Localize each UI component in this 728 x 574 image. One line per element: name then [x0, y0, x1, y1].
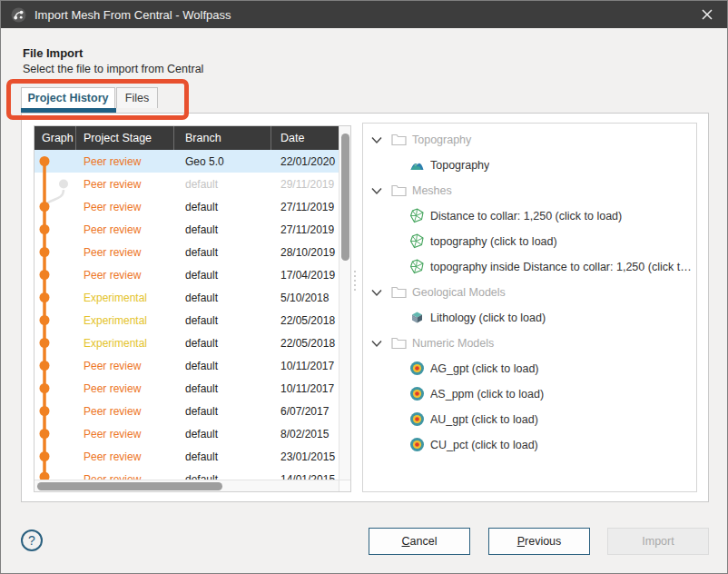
chevron-down-icon[interactable]: [370, 337, 383, 350]
tree-folder-label: Geological Models: [412, 286, 506, 299]
numeric-model-icon: [409, 386, 425, 401]
tree-item-distance-to-collar[interactable]: Distance to collar: 1,250 (click to load…: [363, 203, 696, 229]
table-row[interactable]: Peer reviewdefault6/07/2017: [34, 400, 339, 422]
cancel-button[interactable]: Cancel: [369, 528, 470, 555]
horizontal-scrollbar[interactable]: [34, 480, 339, 491]
tree-item-au-gpt[interactable]: AU_gpt (click to load): [363, 407, 696, 432]
vertical-scrollbar-thumb[interactable]: [341, 134, 349, 261]
tree-item-lithology[interactable]: Lithology (click to load): [363, 305, 696, 331]
window-title: Import Mesh From Central - Wolfpass: [34, 8, 231, 22]
table-row[interactable]: Experimentaldefault22/05/2018: [34, 332, 339, 354]
table-row[interactable]: Peer reviewdefault23/01/2015: [34, 445, 339, 468]
tree-item-label: AU_gpt (click to load): [430, 413, 538, 426]
tree-item-as-ppm[interactable]: AS_ppm (click to load): [363, 381, 696, 407]
close-button[interactable]: [694, 4, 720, 25]
table-row[interactable]: Peer reviewdefault8/02/2015: [34, 422, 339, 445]
tab-project-history[interactable]: Project History: [21, 87, 115, 108]
tab-files[interactable]: Files: [116, 87, 158, 108]
folder-icon: [391, 285, 407, 299]
page-title: File Import: [23, 46, 83, 60]
import-button[interactable]: Import: [607, 528, 709, 555]
help-button[interactable]: ?: [21, 529, 43, 551]
tree-folder-label: Numeric Models: [412, 337, 494, 350]
page-subtitle: Select the file to import from Central: [23, 63, 203, 75]
tree-item-cu-pct[interactable]: CU_pct (click to load): [363, 432, 696, 458]
folder-icon: [391, 133, 407, 146]
column-header-date: Date: [271, 126, 339, 150]
vertical-scrollbar[interactable]: [339, 126, 350, 480]
mesh-icon: [409, 233, 425, 249]
tree-item-topography[interactable]: Topography: [363, 153, 696, 178]
tree-item-label: Topography: [430, 159, 489, 172]
tree-item-label: AS_ppm (click to load): [430, 388, 544, 401]
folder-icon: [391, 336, 407, 350]
panel-splitter-handle[interactable]: [353, 270, 357, 293]
table-row[interactable]: Peer reviewdefault10/11/2017: [34, 354, 339, 377]
mesh-icon: [409, 208, 425, 223]
column-header-graph: Graph: [34, 126, 76, 150]
import-mesh-dialog: Import Mesh From Central - Wolfpass File…: [0, 0, 728, 574]
previous-button[interactable]: Previous: [488, 528, 590, 555]
tab-content: Graph Project Stage Branch Date Peer rev…: [21, 113, 709, 502]
central-app-icon: [11, 7, 26, 23]
folder-icon: [391, 183, 407, 197]
numeric-model-icon: [409, 361, 425, 376]
tree-item-label: Distance to collar: 1,250 (click to load…: [430, 210, 622, 223]
tree-folder-geological-models[interactable]: Geological Models: [363, 280, 696, 305]
lithology-icon: [409, 310, 425, 325]
table-row[interactable]: Experimentaldefault22/05/2018: [34, 309, 339, 332]
project-history-table: Graph Project Stage Branch Date Peer rev…: [34, 125, 351, 492]
table-rows: Peer reviewGeo 5.022/01/2020 Peer review…: [34, 150, 339, 480]
tree-folder-label: Topography: [412, 134, 471, 146]
table-row[interactable]: Peer reviewdefault27/11/2019: [34, 195, 339, 218]
table-row[interactable]: Peer reviewGeo 5.022/01/2020: [34, 150, 339, 173]
table-row[interactable]: Peer reviewdefault17/04/2019: [34, 263, 339, 286]
tree-folder-numeric-models[interactable]: Numeric Models: [363, 331, 696, 356]
tree-item-label: AG_gpt (click to load): [430, 362, 539, 375]
tree-item-label: CU_pct (click to load): [430, 439, 538, 451]
tree-folder-topography[interactable]: Topography: [363, 127, 696, 153]
close-icon: [702, 9, 713, 20]
column-header-branch: Branch: [174, 126, 271, 150]
scrollbar-corner: [339, 480, 350, 491]
tree-item-topography-mesh[interactable]: topography (click to load): [363, 229, 696, 254]
tree-item-label: topography (click to load): [430, 235, 557, 248]
horizontal-scrollbar-thumb[interactable]: [37, 482, 222, 490]
table-row[interactable]: Peer reviewdefault28/10/2019: [34, 241, 339, 263]
numeric-model-icon: [409, 437, 425, 452]
tree-folder-label: Meshes: [412, 184, 452, 197]
table-row[interactable]: Peer reviewdefault27/11/2019: [34, 218, 339, 241]
tree-folder-meshes[interactable]: Meshes: [363, 178, 696, 203]
titlebar: Import Mesh From Central - Wolfpass: [1, 1, 727, 28]
tree-item-topography-inside-distance[interactable]: topography inside Distance to collar: 1,…: [363, 254, 696, 280]
table-header: Graph Project Stage Branch Date: [34, 126, 339, 150]
table-row[interactable]: Peer reviewdefault14/01/2015: [34, 468, 339, 480]
chevron-down-icon[interactable]: [370, 184, 383, 197]
column-header-stage: Project Stage: [76, 126, 174, 150]
mesh-icon: [409, 259, 425, 274]
tree-item-label: topography inside Distance to collar: 1,…: [430, 261, 692, 273]
table-row[interactable]: Peer reviewdefault29/11/2019: [34, 173, 339, 195]
numeric-model-icon: [409, 411, 425, 427]
table-row[interactable]: Peer reviewdefault10/11/2017: [34, 377, 339, 400]
table-row[interactable]: Experimentaldefault5/10/2018: [34, 286, 339, 309]
topography-icon: [409, 157, 425, 173]
objects-tree: Topography Topography Meshes: [362, 123, 697, 492]
tree-item-label: Lithology (click to load): [430, 312, 546, 324]
chevron-down-icon[interactable]: [370, 134, 383, 146]
chevron-down-icon[interactable]: [370, 286, 383, 299]
tree-item-ag-gpt[interactable]: AG_gpt (click to load): [363, 356, 696, 381]
